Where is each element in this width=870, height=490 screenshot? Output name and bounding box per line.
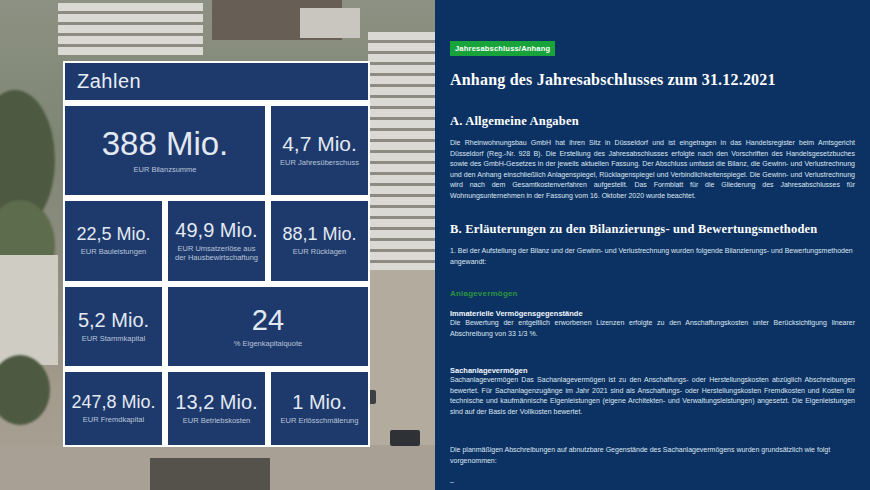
kpi-tile-ruecklagen: 88,1 Mio. EUR Rücklagen bbox=[271, 201, 368, 281]
kpi-value: 247,8 Mio. bbox=[71, 393, 155, 412]
kpi-value: 4,7 Mio. bbox=[282, 133, 357, 155]
kpi-value: 22,5 Mio. bbox=[76, 225, 150, 244]
section-b-intro: 1. Bei der Aufstellung der Bilanz und de… bbox=[450, 246, 855, 267]
section-a-heading: A. Allgemeine Angaben bbox=[450, 114, 855, 129]
photo-dark-patch-bottom bbox=[150, 458, 270, 490]
kpi-tile-bauleistungen: 22,5 Mio. EUR Bauleistungen bbox=[65, 201, 162, 281]
aerial-photo-background: Zahlen 388 Mio. EUR Bilanzsumme 4,7 Mio.… bbox=[0, 0, 435, 490]
list-dash: – bbox=[450, 478, 855, 485]
kpi-label: EUR Jahresüberschuss bbox=[274, 158, 365, 167]
photo-building-bottom-left bbox=[0, 255, 58, 365]
kpi-label: % Eigenkapitalquote bbox=[228, 339, 308, 348]
kpi-tile-stammkapital: 5,2 Mio. EUR Stammkapital bbox=[65, 287, 162, 366]
photo-car-2 bbox=[390, 430, 420, 446]
kpi-label: EUR Betriebskosten bbox=[177, 416, 257, 425]
page-title: Anhang des Jahresabschlusses zum 31.12.2… bbox=[450, 71, 855, 89]
kpi-value: 1 Mio. bbox=[292, 392, 346, 413]
photo-building-top-right bbox=[300, 8, 360, 38]
kpi-label: EUR Bilanzsumme bbox=[128, 165, 203, 174]
photo-trees-bottom-left bbox=[0, 355, 50, 425]
photo-road-right bbox=[368, 270, 435, 445]
kpi-tile-fremdkapital: 247,8 Mio. EUR Fremdkapital bbox=[65, 372, 162, 445]
kpi-tile-eigenkapitalquote: 24 % Eigenkapitalquote bbox=[168, 287, 368, 366]
section-b-heading: B. Erläuterungen zu den Bilanzierungs- u… bbox=[450, 222, 855, 237]
kpi-tile-bilanzsumme: 388 Mio. EUR Bilanzsumme bbox=[65, 106, 265, 195]
immaterielle-body: Die Bewertung der entgeltlich erworbenen… bbox=[450, 318, 855, 339]
section-a-body: Die Rheinwohnungsbau GmbH hat ihren Sitz… bbox=[450, 138, 855, 201]
kpi-label: EUR Umsatzerlöse aus der Hausbewirtschaf… bbox=[168, 244, 265, 263]
sachanlage-subheading: Sachanlagevermögen bbox=[450, 366, 855, 375]
kpi-tile-betriebskosten: 13,2 Mio. EUR Betriebskosten bbox=[168, 372, 265, 445]
page: Zahlen 388 Mio. EUR Bilanzsumme 4,7 Mio.… bbox=[0, 0, 870, 490]
sachanlage-body: Sachanlagevermögen Das Sachanlagevermöge… bbox=[450, 375, 855, 417]
kpi-grid: Zahlen 388 Mio. EUR Bilanzsumme 4,7 Mio.… bbox=[63, 61, 370, 447]
kpi-label: EUR Stammkapital bbox=[76, 334, 151, 343]
kpi-value: 388 Mio. bbox=[102, 127, 229, 162]
kpi-value: 5,2 Mio. bbox=[78, 310, 149, 331]
kpi-tile-umsatzerloese: 49,9 Mio. EUR Umsatzerlöse aus der Hausb… bbox=[168, 201, 265, 281]
kpi-label: EUR Fremdkapital bbox=[77, 415, 150, 424]
kpi-value: 88,1 Mio. bbox=[282, 225, 356, 244]
anlagevermoegen-subheading: Anlagevermögen bbox=[450, 289, 855, 298]
kpi-label: EUR Bauleistungen bbox=[75, 247, 152, 256]
immaterielle-subheading: Immaterielle Vermögensgegenstände bbox=[450, 309, 855, 318]
kpi-label: EUR Rücklagen bbox=[287, 247, 352, 256]
abschreibung-intro: Die planmäßigen Abschreibungen auf abnut… bbox=[450, 445, 855, 466]
kpi-value: 13,2 Mio. bbox=[175, 392, 257, 413]
photo-building-top-left bbox=[58, 3, 203, 55]
kpi-value: 24 bbox=[252, 305, 284, 335]
kpi-label: EUR Erlösschmälerung bbox=[275, 416, 365, 425]
report-panel: Jahresabschluss/Anhang Anhang des Jahres… bbox=[435, 0, 870, 490]
photo-building-right bbox=[368, 32, 435, 270]
kpi-value: 49,9 Mio. bbox=[175, 220, 257, 241]
category-tag[interactable]: Jahresabschluss/Anhang bbox=[450, 41, 555, 56]
kpi-header-label: Zahlen bbox=[77, 70, 141, 93]
kpi-tile-erloesschmaelerung: 1 Mio. EUR Erlösschmälerung bbox=[271, 372, 368, 445]
kpi-header-tile: Zahlen bbox=[65, 63, 368, 100]
kpi-tile-jahresueberschuss: 4,7 Mio. EUR Jahresüberschuss bbox=[271, 106, 368, 195]
